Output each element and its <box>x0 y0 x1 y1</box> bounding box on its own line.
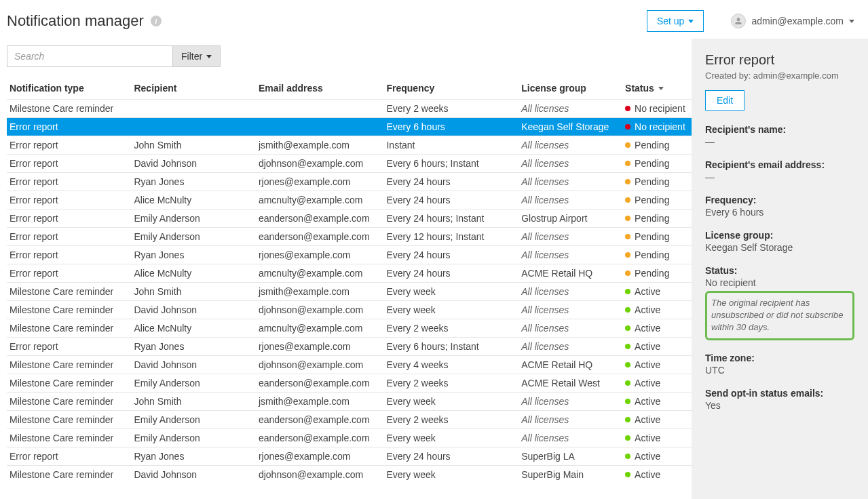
frequency-value: Every 6 hours <box>705 207 854 218</box>
chevron-down-icon <box>688 20 694 23</box>
status-text: Active <box>635 341 660 352</box>
status-dot-icon <box>625 399 630 404</box>
detail-created-by: Created by: admin@example.com <box>705 71 854 81</box>
detail-panel: Error report Created by: admin@example.c… <box>692 39 868 499</box>
status-text: Active <box>635 451 660 462</box>
timezone-value: UTC <box>705 365 854 376</box>
status-dot-icon <box>625 252 630 258</box>
table-row[interactable]: Milestone Care reminderDavid Johnsondjoh… <box>7 301 692 319</box>
status-dot-icon <box>625 307 630 313</box>
table-row[interactable]: Error reportAlice McNultyamcnulty@exampl… <box>7 191 692 209</box>
table-row[interactable]: Milestone Care reminderEmily Andersonean… <box>7 374 692 393</box>
table-row[interactable]: Error reportJohn Smithjsmith@example.com… <box>7 136 692 155</box>
status-text: Pending <box>635 176 669 187</box>
toolbar: Filter <box>7 45 692 67</box>
table-row[interactable]: Error reportRyan Jonesrjones@example.com… <box>7 338 692 356</box>
table-header-row: Notification type Recipient Email addres… <box>7 77 692 100</box>
license-label: License group: <box>705 230 854 241</box>
status-dot-icon <box>625 472 630 477</box>
avatar <box>731 14 746 28</box>
col-email[interactable]: Email address <box>256 77 384 100</box>
status-text: Active <box>635 469 660 480</box>
recipient-name-value: — <box>705 136 854 147</box>
status-text: Pending <box>635 250 669 260</box>
status-dot-icon <box>625 161 630 166</box>
status-label: Status: <box>705 265 854 276</box>
status-text: Active <box>635 378 660 388</box>
status-dot-icon <box>625 197 630 203</box>
status-dot-icon <box>625 362 630 367</box>
search-input[interactable] <box>7 45 173 67</box>
table-row[interactable]: Error reportEmily Andersoneanderson@exam… <box>7 209 692 228</box>
setup-button[interactable]: Set up <box>647 10 704 32</box>
timezone-label: Time zone: <box>705 353 854 363</box>
table-row[interactable]: Error reportRyan Jonesrjones@example.com… <box>7 173 692 191</box>
status-dot-icon <box>625 106 630 111</box>
status-dot-icon <box>625 417 630 422</box>
status-dot-icon <box>625 380 630 386</box>
status-text: Pending <box>635 268 669 279</box>
table-row[interactable]: Error reportEvery 6 hoursKeegan Self Sto… <box>7 118 692 136</box>
col-license[interactable]: License group <box>518 77 622 100</box>
col-frequency[interactable]: Frequency <box>383 77 518 100</box>
info-icon[interactable]: i <box>151 16 162 26</box>
status-text: Pending <box>635 213 669 224</box>
user-menu[interactable]: admin@example.com <box>731 14 854 28</box>
edit-button[interactable]: Edit <box>705 90 744 111</box>
table-row[interactable]: Milestone Care reminderEmily Andersonean… <box>7 411 692 429</box>
filter-button[interactable]: Filter <box>173 45 221 67</box>
status-value: No recipient <box>705 277 854 288</box>
col-type[interactable]: Notification type <box>7 77 131 100</box>
status-text: No recipient <box>635 103 685 114</box>
status-dot-icon <box>625 234 630 239</box>
status-text: Pending <box>635 195 669 205</box>
filter-label: Filter <box>181 51 202 62</box>
table-row[interactable]: Milestone Care reminderJohn Smithjsmith@… <box>7 393 692 411</box>
status-note: The original recipient has unsubscribed … <box>705 291 854 340</box>
status-text: Active <box>635 359 660 370</box>
optin-value: Yes <box>705 400 854 411</box>
status-dot-icon <box>625 325 630 331</box>
table-row[interactable]: Error reportRyan Jonesrjones@example.com… <box>7 447 692 466</box>
status-dot-icon <box>625 142 630 148</box>
frequency-label: Frequency: <box>705 195 854 205</box>
table-row[interactable]: Milestone Care reminderEmily Andersonean… <box>7 429 692 447</box>
status-text: Active <box>635 396 660 407</box>
status-text: Pending <box>635 231 669 242</box>
chevron-down-icon <box>206 55 212 58</box>
table-row[interactable]: Milestone Care reminderJohn Smithjsmith@… <box>7 283 692 301</box>
table-row[interactable]: Milestone Care reminderDavid Johnsondjoh… <box>7 466 692 484</box>
status-dot-icon <box>625 454 630 459</box>
status-dot-icon <box>625 271 630 276</box>
recipient-name-label: Recipient's name: <box>705 124 854 135</box>
chevron-down-icon <box>658 87 664 90</box>
status-text: No recipient <box>635 121 685 132</box>
status-text: Pending <box>635 158 669 169</box>
table-row[interactable]: Error reportEmily Andersoneanderson@exam… <box>7 228 692 246</box>
user-email: admin@example.com <box>751 16 844 26</box>
status-dot-icon <box>625 435 630 441</box>
table-row[interactable]: Error reportRyan Jonesrjones@example.com… <box>7 246 692 264</box>
table-row[interactable]: Milestone Care reminderDavid Johnsondjoh… <box>7 356 692 374</box>
col-status-label: Status <box>625 83 654 94</box>
table-row[interactable]: Error reportDavid Johnsondjohnson@exampl… <box>7 155 692 173</box>
status-text: Active <box>635 304 660 315</box>
status-text: Active <box>635 414 660 425</box>
status-dot-icon <box>625 216 630 221</box>
status-text: Active <box>635 323 660 334</box>
chevron-down-icon <box>849 20 854 23</box>
page-header: Notification manager i Set up admin@exam… <box>0 0 868 39</box>
status-text: Active <box>635 433 660 443</box>
notifications-table: Notification type Recipient Email addres… <box>7 77 692 483</box>
col-status[interactable]: Status <box>622 77 692 100</box>
recipient-email-value: — <box>705 172 854 182</box>
table-row[interactable]: Milestone Care reminderAlice McNultyamcn… <box>7 319 692 338</box>
status-text: Active <box>635 286 660 297</box>
table-row[interactable]: Milestone Care reminderEvery 2 weeksAll … <box>7 100 692 118</box>
page-title: Notification manager <box>7 12 144 30</box>
detail-title: Error report <box>705 52 854 68</box>
optin-label: Send opt-in status emails: <box>705 388 854 399</box>
recipient-email-label: Recipient's email address: <box>705 159 854 170</box>
table-row[interactable]: Error reportAlice McNultyamcnulty@exampl… <box>7 264 692 283</box>
col-recipient[interactable]: Recipient <box>131 77 255 100</box>
